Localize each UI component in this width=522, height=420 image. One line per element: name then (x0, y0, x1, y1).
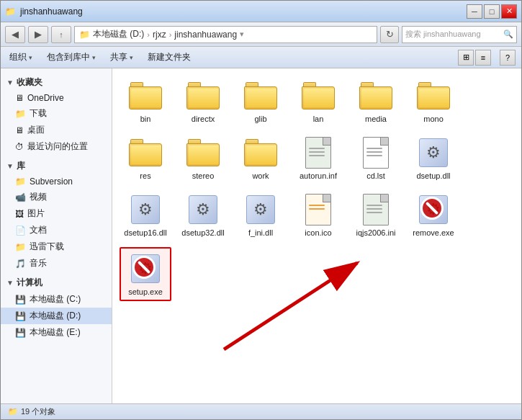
favorites-section: ▼ 收藏夹 🖥 OneDrive 📁 下载 🖥 桌面 ⏱ 最近访问的位 (1, 74, 112, 155)
sidebar-item-recent[interactable]: ⏱ 最近访问的位置 (1, 138, 112, 155)
file-label-setup: setup.exe (128, 287, 163, 297)
back-button[interactable]: ◀ (5, 26, 25, 43)
file-icon-dsetup: ⚙ (416, 135, 451, 170)
addr-part1: 本地磁盘 (D:) (93, 28, 144, 40)
file-label-iqjs: iqjs2006.ini (356, 228, 395, 238)
file-item-directx[interactable]: directx (177, 76, 229, 127)
file-item-work[interactable]: work (235, 133, 287, 184)
gear-icon-fini: ⚙ (253, 200, 268, 219)
sidebar-item-drive-d[interactable]: 💾 本地磁盘 (D:) (1, 308, 112, 324)
organize-button[interactable]: 组织 ▾ (6, 50, 35, 65)
close-button[interactable]: ✕ (501, 4, 517, 19)
sidebar-item-drive-c[interactable]: 💾 本地磁盘 (C:) (1, 291, 112, 308)
sidebar-item-desktop[interactable]: 🖥 桌面 (1, 122, 112, 138)
file-item-media[interactable]: media (350, 76, 402, 127)
file-item-autorun[interactable]: autorun.inf (292, 133, 344, 184)
status-count: 19 个对象 (21, 406, 55, 417)
file-label-media: media (365, 115, 387, 124)
up-button[interactable]: ↑ (51, 26, 71, 43)
title-bar-controls: ─ □ ✕ (467, 4, 517, 19)
view-small-btn[interactable]: ⊞ (458, 50, 474, 66)
file-label-stereo: stereo (192, 171, 215, 181)
banned-line-remove (426, 202, 438, 215)
file-item-dsetup32[interactable]: ⚙ dsetup32.dll (177, 189, 229, 241)
file-item-stereo[interactable]: stereo (177, 133, 229, 184)
search-bar[interactable]: 搜索 jinshanhuawang 🔍 (402, 26, 517, 43)
file-item-mono[interactable]: mono (408, 76, 459, 127)
documents-icon: 📄 (15, 225, 26, 236)
file-label-directx: directx (192, 115, 215, 124)
file-item-fini[interactable]: ⚙ f_ini.dll (235, 189, 287, 241)
thunder-label: 迅雷下载 (30, 241, 64, 253)
search-icon: 🔍 (503, 30, 513, 39)
drive-c-label: 本地磁盘 (C:) (30, 293, 81, 305)
sidebar-item-music[interactable]: 🎵 音乐 (1, 255, 112, 272)
favorites-header[interactable]: ▼ 收藏夹 (1, 74, 112, 91)
download-icon: 📁 (15, 109, 26, 119)
folder-icon-media (359, 79, 393, 113)
file-item-cdlst[interactable]: cd.lst (350, 133, 402, 184)
folder-icon-directx (186, 79, 220, 113)
help-button[interactable]: ? (500, 50, 516, 66)
pictures-icon: 🖼 (15, 209, 24, 219)
sidebar-item-pictures[interactable]: 🖼 图片 (1, 205, 112, 222)
favorites-triangle: ▼ (6, 79, 14, 86)
sidebar-item-subversion[interactable]: 📁 Subversion (1, 174, 112, 189)
file-item-glib[interactable]: glib (235, 76, 287, 127)
file-label-bin: bin (140, 115, 151, 124)
main-area: ▼ 收藏夹 🖥 OneDrive 📁 下载 🖥 桌面 ⏱ 最近访问的位 (1, 68, 521, 403)
banned-circle-remove (420, 197, 444, 220)
file-item-lan[interactable]: lan (292, 76, 344, 127)
share-button[interactable]: 共享 ▾ (107, 50, 136, 65)
favorites-label: 收藏夹 (17, 76, 42, 89)
forward-button[interactable]: ▶ (28, 26, 48, 43)
refresh-button[interactable]: ↻ (380, 26, 399, 43)
sidebar-item-drive-e[interactable]: 💾 本地磁盘 (E:) (1, 324, 112, 341)
new-folder-button[interactable]: 新建文件夹 (145, 50, 194, 65)
file-icon-autorun (301, 135, 336, 170)
maximize-button[interactable]: □ (484, 4, 500, 19)
onedrive-label: OneDrive (27, 93, 64, 103)
gear-icon-dsetup32: ⚙ (196, 200, 210, 219)
file-item-dsetup[interactable]: ⚙ dsetup.dll (408, 133, 459, 184)
folder-icon-res (128, 135, 163, 170)
folder-icon-addr: 📁 (79, 30, 90, 40)
file-icon-remove: ⚙ (416, 192, 451, 227)
address-bar[interactable]: 📁 本地磁盘 (D:) › rjxz › jinshanhuawang ▾ (74, 26, 377, 43)
folder-icon-status: 📁 (8, 407, 18, 416)
file-icon-iqjs (359, 192, 393, 227)
share-arrow: ▾ (130, 54, 133, 61)
minimize-button[interactable]: ─ (467, 4, 482, 19)
file-item-setup[interactable]: ⚙ setup.exe (120, 247, 171, 301)
file-item-remove[interactable]: ⚙ remove.exe (408, 189, 459, 241)
file-icon-dsetup32: ⚙ (186, 192, 220, 227)
file-item-res[interactable]: res (120, 133, 171, 184)
folder-icon-title: 📁 (5, 6, 16, 17)
sidebar-item-thunder[interactable]: 📁 迅雷下载 (1, 238, 112, 255)
desktop-label: 桌面 (27, 124, 45, 136)
computer-header[interactable]: ▼ 计算机 (1, 274, 112, 291)
sidebar-item-video[interactable]: 📹 视频 (1, 189, 112, 205)
file-item-bin[interactable]: bin (120, 76, 171, 127)
include-library-button[interactable]: 包含到库中 ▾ (44, 50, 99, 65)
file-icon-fini: ⚙ (243, 192, 278, 227)
sidebar-item-documents[interactable]: 📄 文档 (1, 222, 112, 238)
computer-triangle: ▼ (6, 279, 14, 287)
drive-d-label: 本地磁盘 (D:) (30, 310, 81, 322)
video-label: 视频 (30, 191, 47, 203)
file-label-glib: glib (254, 115, 266, 124)
view-list-btn[interactable]: ≡ (475, 50, 491, 66)
sidebar-item-onedrive[interactable]: 🖥 OneDrive (1, 91, 112, 105)
drive-e-label: 本地磁盘 (E:) (30, 326, 81, 339)
window: 📁 jinshanhuawang ─ □ ✕ ◀ ▶ ↑ 📁 本地磁盘 (D:)… (0, 0, 522, 420)
libraries-header[interactable]: ▼ 库 (1, 158, 112, 174)
window-title: jinshanhuawang (20, 6, 83, 17)
file-item-iqjs[interactable]: iqjs2006.ini (350, 189, 402, 241)
include-library-label: 包含到库中 (47, 51, 90, 63)
folder-icon-mono (416, 79, 451, 113)
file-icon-dsetup16: ⚙ (128, 192, 163, 227)
file-item-dsetup16[interactable]: ⚙ dsetup16.dll (120, 189, 171, 241)
file-item-icon[interactable]: icon.ico (292, 189, 344, 241)
sidebar-item-download[interactable]: 📁 下载 (1, 105, 112, 122)
pictures-label: 图片 (27, 207, 45, 220)
